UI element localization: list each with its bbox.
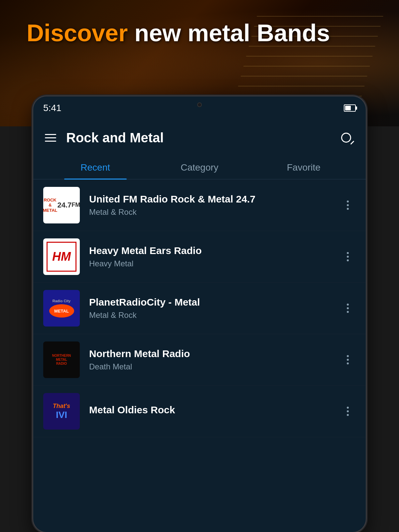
- status-icons: [344, 104, 356, 112]
- app-title: Rock and Metal: [66, 130, 338, 145]
- station-logo: That's IVI: [43, 393, 80, 430]
- station-genre: Metal & Rock: [89, 311, 340, 320]
- station-info: Northern Metal Radio Death Metal: [89, 348, 340, 371]
- tab-category[interactable]: Category: [147, 156, 251, 179]
- tab-favorite[interactable]: Favorite: [252, 156, 356, 179]
- station-more-button[interactable]: [340, 403, 356, 419]
- search-button[interactable]: [338, 130, 354, 146]
- station-info: Heavy Metal Ears Radio Heavy Metal: [89, 245, 340, 268]
- search-icon: [341, 133, 351, 143]
- station-genre: Heavy Metal: [89, 259, 340, 268]
- station-item[interactable]: ROCK & METAL 24.7 FM United FM Radio Roc…: [33, 180, 366, 231]
- station-item[interactable]: Radio City METAL PlanetRadioCity - Metal…: [33, 283, 366, 334]
- menu-line-1: [45, 134, 56, 135]
- hero-title-highlight: Discover: [27, 20, 128, 46]
- app-header: Rock and Metal: [33, 120, 366, 156]
- menu-button[interactable]: [45, 134, 56, 142]
- station-name: Heavy Metal Ears Radio: [89, 245, 340, 256]
- station-list: ROCK & METAL 24.7 FM United FM Radio Roc…: [33, 180, 366, 532]
- station-genre: Metal & Rock: [89, 207, 340, 217]
- app-content: Rock and Metal Recent Category Favorite …: [33, 120, 366, 532]
- station-info: Metal Oldies Rock: [89, 404, 340, 418]
- tablet-camera: [197, 102, 202, 107]
- station-info: United FM Radio Rock & Metal 24.7 Metal …: [89, 194, 340, 217]
- station-info: PlanetRadioCity - Metal Metal & Rock: [89, 297, 340, 320]
- station-name: Metal Oldies Rock: [89, 404, 340, 416]
- battery-fill: [345, 106, 351, 110]
- station-logo: NORTHERNMETALRADIO: [43, 341, 80, 378]
- station-item[interactable]: NORTHERNMETALRADIO Northern Metal Radio …: [33, 334, 366, 386]
- station-item[interactable]: That's IVI Metal Oldies Rock: [33, 386, 366, 437]
- station-more-button[interactable]: [340, 197, 356, 213]
- station-genre: Death Metal: [89, 362, 340, 371]
- tab-bar: Recent Category Favorite: [33, 156, 366, 180]
- tablet-frame: 5:41 Rock and Metal Recent: [33, 96, 366, 532]
- station-logo: ROCK & METAL 24.7 FM: [43, 187, 80, 223]
- station-name: United FM Radio Rock & Metal 24.7: [89, 194, 340, 205]
- station-name: PlanetRadioCity - Metal: [89, 297, 340, 308]
- hero-title: Discover new metal Bands: [27, 20, 330, 46]
- station-logo: Radio City METAL: [43, 290, 80, 327]
- battery-icon: [344, 104, 356, 112]
- status-bar: 5:41: [33, 96, 366, 120]
- station-item[interactable]: HM Heavy Metal Ears Radio Heavy Metal: [33, 231, 366, 283]
- station-name: Northern Metal Radio: [89, 348, 340, 359]
- status-time: 5:41: [43, 103, 62, 113]
- station-logo: HM: [43, 238, 80, 275]
- menu-line-2: [45, 137, 56, 138]
- station-more-button[interactable]: [340, 352, 356, 368]
- tab-recent[interactable]: Recent: [43, 156, 147, 179]
- hero-title-rest: new metal Bands: [128, 20, 330, 46]
- station-more-button[interactable]: [340, 300, 356, 316]
- station-more-button[interactable]: [340, 249, 356, 265]
- menu-line-3: [45, 141, 56, 142]
